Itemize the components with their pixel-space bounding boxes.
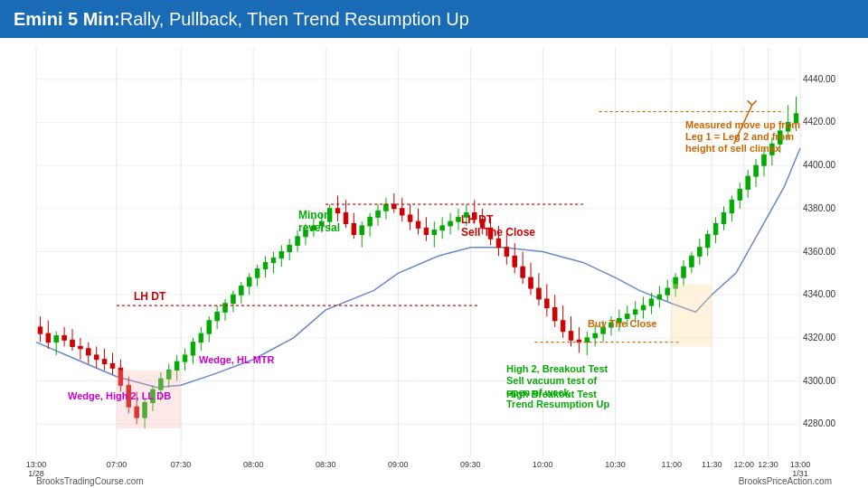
footer-right: BrooksPriceAction.com bbox=[739, 476, 832, 486]
footer-left: BrooksTradingCourse.com bbox=[36, 476, 144, 486]
title-bar: Emini 5 Min: Rally, Pullback, Then Trend… bbox=[0, 0, 868, 38]
title-sub: Rally, Pullback, Then Trend Resumption U… bbox=[120, 9, 469, 30]
title-main: Emini 5 Min: bbox=[14, 9, 120, 30]
chart-area: BrooksTradingCourse.com BrooksPriceActio… bbox=[0, 38, 868, 488]
footer: BrooksTradingCourse.com BrooksPriceActio… bbox=[0, 476, 868, 486]
chart-container: Emini 5 Min: Rally, Pullback, Then Trend… bbox=[0, 0, 868, 488]
